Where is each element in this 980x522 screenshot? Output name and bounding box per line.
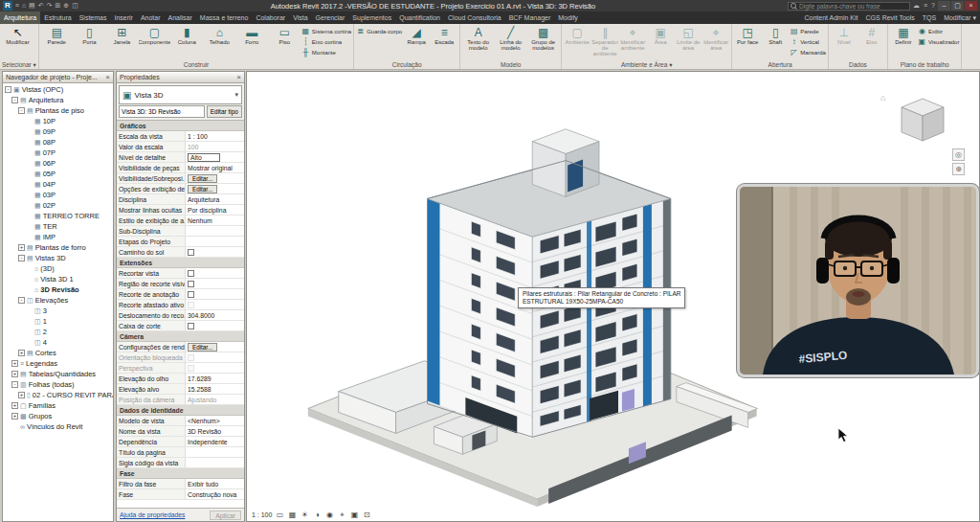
identificar-area-button[interactable]: ⌖Identificar área [702, 25, 729, 60]
tree-item-07p[interactable]: ▦07P [3, 148, 113, 158]
crop-region-icon[interactable]: ▣ [349, 511, 359, 519]
telhado-button[interactable]: ⌂Telhado [204, 25, 235, 60]
shaft-button[interactable]: ▯Shaft [762, 25, 789, 60]
prop-value[interactable]: Construção nova [186, 489, 244, 499]
definir-button[interactable]: ▦Definir [890, 25, 917, 60]
prop-value[interactable] [186, 237, 244, 246]
prop-value[interactable] [186, 458, 244, 467]
type-selector[interactable]: ▣ Vista 3D ▾ [119, 85, 242, 104]
tree-item-3d[interactable]: ⌂(3D) [3, 263, 113, 274]
tree-item-04p[interactable]: ▦04P [3, 179, 113, 190]
tree-item-vistas-3d[interactable]: -▤Vistas 3D [3, 253, 113, 263]
close-button[interactable]: × [965, 1, 977, 11]
search-box[interactable]: Digite palavra-chave ou frase [788, 2, 910, 11]
tab-massa-e-terreno[interactable]: Massa e terreno [196, 11, 253, 24]
tree-item-vista-3d-1[interactable]: ⌂Vista 3D 1 [3, 274, 113, 284]
tree-item-elevacoes[interactable]: -◫Elevações [3, 295, 113, 306]
tree-item-3d-revisao[interactable]: ⌂3D Revisão [3, 284, 113, 295]
section-dados-de-identidade[interactable]: Dados de identidade [117, 405, 244, 416]
eixo-cortina-button[interactable]: ┆Eixo cortina [301, 37, 351, 46]
prop-value[interactable] [186, 226, 244, 236]
janela-button[interactable]: ⊞Janela [106, 25, 138, 60]
separador-de-ambiente-button[interactable]: ∥Separador de ambiente [591, 25, 618, 60]
parede-button[interactable]: ▤Parede [41, 25, 73, 60]
close-icon[interactable]: × [105, 73, 110, 82]
tree-item-plantas-de-forro[interactable]: +▤Plantas de forro [3, 242, 113, 253]
home-icon[interactable]: ⌂ [880, 93, 885, 102]
expander-icon[interactable]: + [11, 360, 18, 367]
tab-analisar[interactable]: Analisar [165, 11, 196, 24]
prop-value[interactable]: 1 : 100 [186, 131, 244, 141]
group-label-abertura[interactable]: Abertura [734, 60, 826, 70]
por-face-button[interactable]: ◳Por face [734, 25, 761, 60]
group-label-circulacao[interactable]: Circulação [356, 60, 457, 70]
texto-do-modelo-button[interactable]: ATexto do modelo [462, 25, 494, 60]
group-label-ambiente-e-area[interactable]: Ambiente e Área ▾ [564, 60, 729, 70]
expander-icon[interactable]: + [11, 371, 18, 377]
tree-item-10p[interactable]: ▦10P [3, 116, 113, 126]
section-extensoes[interactable]: Extensões [117, 258, 244, 268]
prop-value[interactable]: 15.2588 [186, 384, 244, 394]
tab-sistemas[interactable]: Sistemas [76, 11, 111, 24]
tab-modificar[interactable]: Modificar ▾ [940, 11, 980, 24]
edit-type-button[interactable]: Editar tipo [207, 105, 242, 118]
expander-icon[interactable]: + [18, 392, 25, 398]
identificar-ambiente-button[interactable]: ⌖Identificar ambiente [619, 25, 646, 60]
sistema-cortina-button[interactable]: ▦Sistema cortina [301, 27, 351, 35]
tree-item-tabelas[interactable]: +▤Tabelas/Quantidades [3, 369, 113, 379]
checkbox[interactable] [188, 270, 194, 277]
componente-button[interactable]: ▢Componente [139, 25, 170, 60]
prop-value[interactable]: Independente [186, 437, 244, 446]
visual-style-icon[interactable]: ▦ [287, 511, 297, 519]
properties-help-link[interactable]: Ajuda de propriedades [120, 511, 185, 518]
prop-value[interactable]: 3D Revisão [186, 426, 244, 436]
expander-icon[interactable]: - [5, 86, 11, 93]
modify-button[interactable]: ↖ Modificar [2, 25, 33, 60]
expander-icon[interactable]: - [18, 107, 25, 114]
ambiente-button[interactable]: ▢Ambiente [564, 25, 590, 60]
apps-icon[interactable]: ≡ [924, 2, 927, 10]
expander-icon[interactable]: + [11, 402, 18, 409]
tree-item-arquitetura[interactable]: -▤Arquitetura [3, 95, 113, 105]
expander-icon[interactable]: - [11, 381, 18, 388]
group-label-selecionar[interactable]: Selecionar ▾ [2, 60, 36, 70]
linha-do-modelo-button[interactable]: ╱Linha do modelo [495, 25, 526, 60]
checkbox[interactable] [188, 323, 194, 329]
abertura-parede-button[interactable]: ▤Parede [790, 27, 826, 35]
grupo-de-modelos-button[interactable]: ▩Grupo de modelos [527, 25, 559, 60]
guarda-corpo-button[interactable]: ≣Guarda-corpo [356, 27, 402, 35]
prop-value[interactable] [186, 447, 244, 457]
prop-value[interactable]: Nenhum [186, 216, 244, 225]
tree-item-cortes[interactable]: +▤Cortes [3, 348, 113, 358]
steering-wheel-icon[interactable]: ◎ [952, 148, 965, 161]
tree-item-elev-3[interactable]: ◫3 [3, 306, 113, 316]
mansarda-button[interactable]: ◸Mansarda [790, 48, 826, 57]
revit-logo-icon[interactable]: R [3, 1, 12, 11]
tab-tqs[interactable]: TQS [919, 11, 940, 24]
tree-item-ter[interactable]: ▦TER [3, 221, 113, 232]
tab-cgs-revit-tools[interactable]: CGS Revit Tools [862, 11, 919, 24]
properties-header[interactable]: Propriedades × [117, 72, 244, 83]
views-icon[interactable]: ◫ [72, 1, 78, 11]
piso-button[interactable]: ▭Piso [269, 25, 301, 60]
minimize-button[interactable]: – [938, 1, 950, 11]
scale-indicator[interactable]: 1 : 100 [252, 511, 272, 518]
tree-item-familias[interactable]: +▢Famílias [3, 400, 113, 411]
tree-item-folhas[interactable]: -▥Folhas (todas) [3, 379, 113, 390]
escada-button[interactable]: ≡Escada [431, 25, 457, 60]
add-icon[interactable]: ⊕ [63, 1, 69, 11]
coluna-button[interactable]: ▮Coluna [171, 25, 203, 60]
tab-anotar[interactable]: Anotar [137, 11, 165, 24]
tab-arquitetura[interactable]: Arquitetura [0, 11, 40, 24]
tree-item-elev-4[interactable]: ◫4 [3, 337, 113, 348]
section-graficos[interactable]: Gráficos [117, 121, 244, 131]
menu-icon[interactable]: ≡ [15, 1, 19, 11]
render-icon[interactable]: ◉ [324, 511, 334, 519]
tree-item-legendas[interactable]: +≡Legendas [3, 358, 113, 369]
visualizador-button[interactable]: ▣Visualizador [918, 37, 960, 46]
limite-de-area-button[interactable]: ◱Limite de área [675, 25, 702, 60]
tree-item-vinculos[interactable]: ∞Vínculos do Revit [3, 421, 113, 432]
expander-icon[interactable]: + [11, 413, 18, 420]
checkbox[interactable] [188, 291, 194, 298]
expander-icon[interactable]: + [18, 350, 25, 356]
